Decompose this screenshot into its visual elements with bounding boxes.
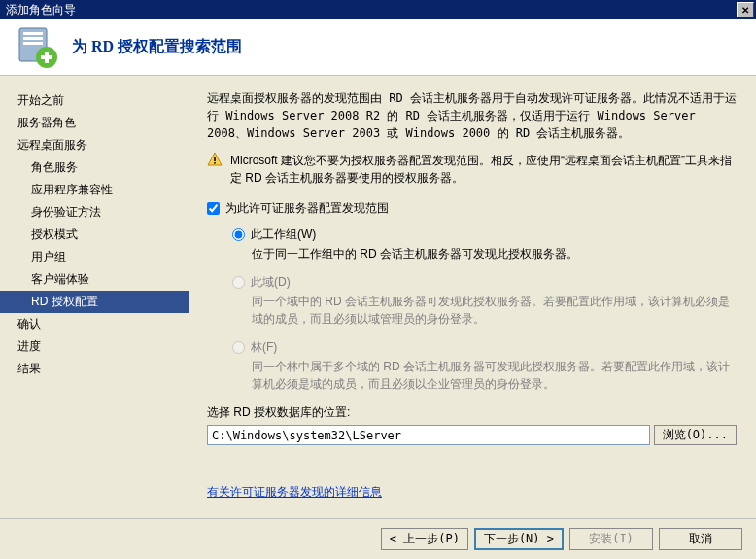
db-path-label: 选择 RD 授权数据库的位置: xyxy=(207,404,737,421)
svg-rect-8 xyxy=(214,157,216,161)
sidebar-item-9[interactable]: RD 授权配置 xyxy=(0,291,189,313)
scope-checkbox[interactable] xyxy=(207,202,220,215)
svg-rect-9 xyxy=(214,162,216,164)
radio-forest: 林(F) 同一个林中属于多个域的 RD 会话主机服务器可发现此授权服务器。若要配… xyxy=(232,339,737,393)
svg-rect-2 xyxy=(23,37,43,40)
sidebar-item-8[interactable]: 客户端体验 xyxy=(0,268,189,291)
svg-rect-3 xyxy=(23,42,43,45)
window-title: 添加角色向导 xyxy=(6,2,76,18)
radio-domain-input xyxy=(232,276,245,289)
scope-checkbox-row: 为此许可证服务器配置发现范围 xyxy=(207,200,737,217)
sidebar-item-7[interactable]: 用户组 xyxy=(0,246,189,268)
install-button: 安装(I) xyxy=(569,528,653,550)
radio-forest-label: 林(F) xyxy=(251,339,277,356)
svg-rect-6 xyxy=(41,55,52,59)
radio-forest-desc: 同一个林中属于多个域的 RD 会话主机服务器可发现此授权服务器。若要配置此作用域… xyxy=(252,358,737,393)
wizard-body: 开始之前服务器角色远程桌面服务角色服务应用程序兼容性身份验证方法授权模式用户组客… xyxy=(0,76,756,518)
cancel-button[interactable]: 取消 xyxy=(659,528,742,550)
sidebar: 开始之前服务器角色远程桌面服务角色服务应用程序兼容性身份验证方法授权模式用户组客… xyxy=(0,76,189,518)
warning-row: Microsoft 建议您不要为授权服务器配置发现范围。相反，应使用“远程桌面会… xyxy=(207,152,737,187)
radio-workgroup: 此工作组(W) 位于同一工作组中的 RD 会话主机服务器可发现此授权服务器。 xyxy=(232,227,737,262)
sidebar-item-2[interactable]: 远程桌面服务 xyxy=(0,134,189,157)
warning-icon xyxy=(207,152,223,167)
wizard-footer: < 上一步(P) 下一步(N) > 安装(I) 取消 xyxy=(0,518,756,559)
prev-button[interactable]: < 上一步(P) xyxy=(381,528,468,550)
close-button[interactable]: ✕ xyxy=(737,2,754,17)
sidebar-item-5[interactable]: 身份验证方法 xyxy=(0,201,189,224)
radio-group: 此工作组(W) 位于同一工作组中的 RD 会话主机服务器可发现此授权服务器。 此… xyxy=(232,227,737,393)
browse-button[interactable]: 浏览(O)... xyxy=(654,425,737,445)
sidebar-item-12[interactable]: 结果 xyxy=(0,358,189,380)
radio-domain-desc: 同一个域中的 RD 会话主机服务器可发现此授权服务器。若要配置此作用域，该计算机… xyxy=(252,293,737,328)
next-button[interactable]: 下一步(N) > xyxy=(474,528,564,550)
wizard-header: 为 RD 授权配置搜索范围 xyxy=(0,19,756,76)
radio-workgroup-label: 此工作组(W) xyxy=(251,227,316,243)
sidebar-item-6[interactable]: 授权模式 xyxy=(0,224,189,246)
db-path-input[interactable] xyxy=(207,425,650,445)
sidebar-item-4[interactable]: 应用程序兼容性 xyxy=(0,179,189,201)
db-path-row: 浏览(O)... xyxy=(207,425,737,445)
wizard-icon xyxy=(14,24,60,71)
scope-checkbox-label: 为此许可证服务器配置发现范围 xyxy=(225,200,389,217)
radio-forest-input xyxy=(232,341,245,354)
radio-workgroup-input[interactable] xyxy=(232,228,245,241)
titlebar: 添加角色向导 ✕ xyxy=(0,0,756,19)
intro-text: 远程桌面授权服务器的发现范围由 RD 会话主机服务器用于自动发现许可证服务器。此… xyxy=(207,89,737,142)
page-title: 为 RD 授权配置搜索范围 xyxy=(72,37,242,57)
radio-workgroup-desc: 位于同一工作组中的 RD 会话主机服务器可发现此授权服务器。 xyxy=(252,245,737,262)
radio-domain-label: 此域(D) xyxy=(251,274,291,291)
sidebar-item-0[interactable]: 开始之前 xyxy=(0,89,189,112)
more-info-link[interactable]: 有关许可证服务器发现的详细信息 xyxy=(207,484,382,501)
close-icon: ✕ xyxy=(741,5,749,16)
warning-text: Microsoft 建议您不要为授权服务器配置发现范围。相反，应使用“远程桌面会… xyxy=(230,152,737,187)
sidebar-item-11[interactable]: 进度 xyxy=(0,335,189,358)
sidebar-item-1[interactable]: 服务器角色 xyxy=(0,112,189,134)
sidebar-item-10[interactable]: 确认 xyxy=(0,313,189,335)
sidebar-item-3[interactable]: 角色服务 xyxy=(0,157,189,179)
content-pane: 远程桌面授权服务器的发现范围由 RD 会话主机服务器用于自动发现许可证服务器。此… xyxy=(189,76,756,518)
svg-rect-1 xyxy=(23,32,43,35)
radio-domain: 此域(D) 同一个域中的 RD 会话主机服务器可发现此授权服务器。若要配置此作用… xyxy=(232,274,737,328)
